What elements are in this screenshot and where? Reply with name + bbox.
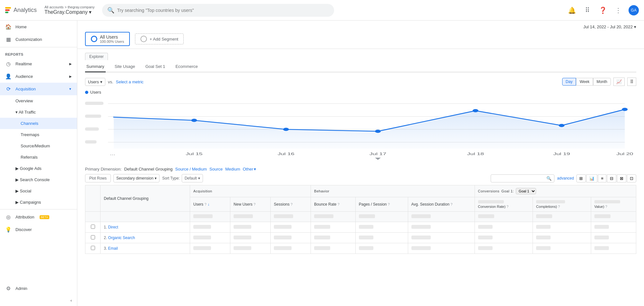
metric-label: Users	[88, 79, 99, 84]
bar-chart-btn[interactable]: ⠿	[627, 78, 636, 86]
help-icon[interactable]: ❓	[598, 5, 608, 15]
search-bar[interactable]: 🔍	[102, 4, 334, 17]
sidebar-item-acquisition[interactable]: ⟳ Acquisition ▼	[0, 83, 77, 95]
sidebar-item-treemaps[interactable]: Treemaps	[0, 129, 77, 140]
advanced-link[interactable]: advanced	[557, 176, 574, 181]
header-sessions[interactable]: Sessions ?	[271, 197, 311, 212]
dim-source-medium[interactable]: Source / Medium	[175, 167, 207, 172]
notifications-icon[interactable]: 🔔	[567, 5, 577, 15]
tab-summary[interactable]: Summary	[85, 61, 106, 72]
sidebar-item-social[interactable]: ▶ Social	[0, 185, 77, 197]
sidebar-item-source-medium[interactable]: Source/Medium	[0, 140, 77, 152]
time-btn-month[interactable]: Month	[593, 78, 611, 86]
header-value[interactable]: Value) ?	[591, 197, 636, 212]
apps-icon[interactable]: ⠿	[582, 5, 592, 15]
dim-medium[interactable]: Medium	[225, 167, 240, 172]
sidebar-item-overview[interactable]: Overview	[0, 95, 77, 107]
line-chart-btn[interactable]: 📈	[613, 78, 625, 86]
sessions-help-icon[interactable]: ?	[291, 202, 293, 206]
sidebar-item-all-traffic[interactable]: ▾ All Traffic	[0, 107, 77, 118]
grid-view-btn[interactable]: ⊞	[576, 174, 586, 182]
sidebar-acquisition-label: Acquisition	[15, 87, 36, 91]
add-segment-btn[interactable]: + Add Segment	[135, 33, 184, 44]
nav-icons: 🔔 ⠿ ❓ ⋮ GA	[567, 5, 639, 15]
attribution-label: Attribution	[15, 215, 34, 219]
metric-selector[interactable]: Users ▾	[85, 78, 105, 86]
select-metric-link[interactable]: Select a metric	[116, 79, 144, 84]
val-help-icon[interactable]: ?	[605, 205, 607, 209]
new-users-help-icon[interactable]: ?	[254, 202, 255, 206]
sidebar-item-admin[interactable]: ⚙ Admin	[0, 282, 77, 295]
chart-controls: Users ▾ vs. Select a metric Day Week Mon…	[85, 78, 636, 86]
sidebar-item-attribution[interactable]: ◎ Attribution BETA	[0, 211, 77, 223]
custom-view-btn[interactable]: ⊡	[627, 174, 636, 182]
chart-view-btn[interactable]: 📊	[586, 174, 597, 182]
sidebar-item-home[interactable]: 🏠 Home	[0, 21, 77, 33]
sort-arrow[interactable]: ↓	[207, 202, 209, 207]
sidebar-item-audience[interactable]: 👤 Audience ▶	[0, 70, 77, 83]
admin-icon: ⚙	[5, 285, 12, 292]
header-pages-session[interactable]: Pages / Session ?	[355, 197, 408, 212]
dim-other-dropdown[interactable]: Other ▾	[243, 167, 256, 172]
sidebar-item-campaigns[interactable]: ▶ Campaigns	[0, 197, 77, 208]
avg-help-icon[interactable]: ?	[450, 202, 452, 206]
search-input[interactable]	[117, 8, 329, 13]
sidebar-collapse[interactable]: ‹	[0, 295, 77, 306]
users-help-icon[interactable]: ?	[205, 202, 207, 206]
table-search-icon: 🔍	[546, 176, 552, 181]
sidebar-item-channels[interactable]: Channels	[0, 118, 77, 129]
sidebar-item-referrals[interactable]: Referrals	[0, 152, 77, 163]
secondary-dim-dropdown[interactable]: Secondary dimension ▾	[113, 174, 159, 182]
row1-checkbox[interactable]	[85, 222, 101, 233]
sort-dropdown[interactable]: Default ▾	[182, 174, 203, 182]
table-search[interactable]: 🔍	[491, 174, 554, 182]
header-completions[interactable]: Completions) ?	[533, 197, 591, 212]
header-users[interactable]: Users ? ↓	[190, 197, 230, 212]
avatar[interactable]: GA	[629, 5, 639, 15]
row1-channel: 1. Direct	[101, 222, 190, 233]
tab-ecommerce[interactable]: Ecommerce	[174, 61, 199, 72]
row3-checkbox[interactable]	[85, 243, 101, 254]
all-users-segment[interactable]: All Users 100.00% Users	[85, 32, 130, 46]
header-bounce-rate[interactable]: Bounce Rate ?	[311, 197, 356, 212]
row2-check-input[interactable]	[91, 235, 95, 239]
table-search-input[interactable]	[494, 176, 545, 181]
account-selector[interactable]: All accounts > thegray.company TheGray.C…	[44, 5, 94, 15]
time-btn-day[interactable]: Day	[562, 78, 576, 86]
account-name: TheGray.Company ▾	[44, 9, 94, 15]
conv-help-icon[interactable]: ?	[506, 205, 508, 209]
comp-help-icon[interactable]: ?	[558, 205, 560, 209]
compare-view-btn[interactable]: ⊠	[617, 174, 626, 182]
sidebar-divider	[0, 47, 77, 47]
tab-site-usage[interactable]: Site Usage	[113, 61, 137, 72]
row2-checkbox[interactable]	[85, 233, 101, 243]
time-btn-week[interactable]: Week	[576, 78, 593, 86]
header-conversion-rate[interactable]: Conversion Rate) ?	[475, 197, 533, 212]
header-new-users[interactable]: New Users ?	[230, 197, 271, 212]
sidebar-item-customization[interactable]: ▦ Customization	[0, 33, 77, 46]
pages-help-icon[interactable]: ?	[388, 202, 390, 206]
list-view-btn[interactable]: ≡	[598, 174, 606, 182]
direct-link[interactable]: Direct	[108, 225, 118, 229]
row2-conv	[475, 233, 533, 243]
header-avg-session[interactable]: Avg. Session Duration ?	[408, 197, 475, 212]
sidebar-item-search-console[interactable]: ▶ Search Console	[0, 174, 77, 185]
date-range-selector[interactable]: Jul 14, 2022 - Jul 20, 2022 ▾	[583, 24, 636, 29]
sidebar-item-realtime[interactable]: ◷ Realtime ▶	[0, 58, 77, 70]
dim-source[interactable]: Source	[209, 167, 223, 172]
conv-blurred-label	[478, 200, 504, 203]
organic-search-link[interactable]: Organic Search	[108, 236, 135, 240]
more-icon[interactable]: ⋮	[613, 5, 623, 15]
sidebar-item-google-ads[interactable]: ▶ Google Ads	[0, 163, 77, 174]
pivot-view-btn[interactable]: ⊟	[607, 174, 616, 182]
row3-check-input[interactable]	[91, 246, 95, 250]
row1-users	[190, 222, 230, 233]
goal-select[interactable]: Goal 1	[516, 188, 536, 194]
sidebar-item-discover[interactable]: 💡 Discover	[0, 223, 77, 236]
email-link[interactable]: Email	[108, 246, 118, 251]
bounce-help-icon[interactable]: ?	[338, 202, 340, 206]
row1-check-input[interactable]	[91, 225, 95, 229]
tab-goal-set[interactable]: Goal Set 1	[144, 61, 166, 72]
plot-rows-btn[interactable]: Plot Rows	[85, 174, 111, 182]
svg-point-8	[191, 119, 197, 122]
